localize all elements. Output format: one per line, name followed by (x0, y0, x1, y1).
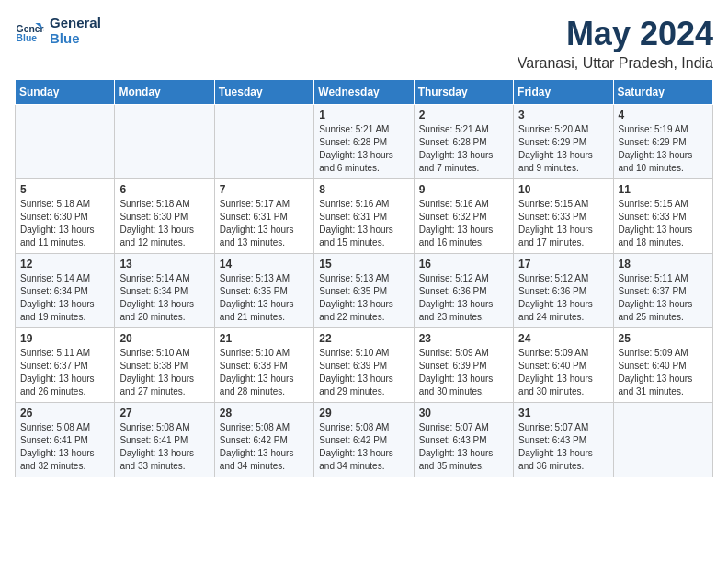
day-info: Sunrise: 5:20 AMSunset: 6:29 PMDaylight:… (518, 123, 608, 175)
day-cell: 26Sunrise: 5:08 AMSunset: 6:41 PMDayligh… (16, 403, 115, 477)
day-number: 5 (20, 183, 109, 196)
header-cell: Friday (514, 80, 613, 105)
day-number: 10 (518, 183, 608, 196)
day-number: 11 (619, 183, 708, 196)
day-number: 8 (319, 183, 408, 196)
day-cell: 23Sunrise: 5:09 AMSunset: 6:39 PMDayligh… (414, 328, 513, 403)
day-info: Sunrise: 5:10 AMSunset: 6:38 PMDaylight:… (220, 347, 309, 398)
day-cell: 30Sunrise: 5:07 AMSunset: 6:43 PMDayligh… (414, 403, 513, 477)
day-info: Sunrise: 5:18 AMSunset: 6:30 PMDaylight:… (20, 198, 109, 249)
week-row: 26Sunrise: 5:08 AMSunset: 6:41 PMDayligh… (16, 403, 713, 477)
day-cell: 25Sunrise: 5:09 AMSunset: 6:40 PMDayligh… (613, 328, 712, 403)
page-header: General Blue General Blue May 2024 Varan… (15, 15, 713, 72)
location-title: Varanasi, Uttar Pradesh, India (518, 55, 713, 72)
day-cell (613, 403, 712, 477)
header-cell: Monday (115, 80, 214, 105)
day-info: Sunrise: 5:19 AMSunset: 6:29 PMDaylight:… (619, 123, 708, 175)
day-cell: 17Sunrise: 5:12 AMSunset: 6:36 PMDayligh… (514, 254, 613, 328)
day-cell (214, 105, 313, 179)
week-row: 1Sunrise: 5:21 AMSunset: 6:28 PMDaylight… (16, 105, 713, 179)
logo-line2: Blue (50, 30, 101, 46)
title-area: May 2024 Varanasi, Uttar Pradesh, India (518, 15, 713, 72)
day-info: Sunrise: 5:16 AMSunset: 6:31 PMDaylight:… (319, 198, 408, 249)
day-info: Sunrise: 5:07 AMSunset: 6:43 PMDaylight:… (518, 421, 608, 473)
day-info: Sunrise: 5:10 AMSunset: 6:39 PMDaylight:… (319, 347, 408, 398)
day-info: Sunrise: 5:11 AMSunset: 6:37 PMDaylight:… (20, 347, 109, 398)
day-cell: 29Sunrise: 5:08 AMSunset: 6:42 PMDayligh… (314, 403, 414, 477)
day-info: Sunrise: 5:17 AMSunset: 6:31 PMDaylight:… (220, 198, 309, 249)
day-number: 30 (419, 407, 508, 419)
day-number: 24 (518, 332, 608, 345)
day-number: 15 (319, 258, 408, 270)
day-cell: 6Sunrise: 5:18 AMSunset: 6:30 PMDaylight… (115, 179, 214, 254)
day-number: 31 (518, 407, 608, 419)
day-number: 19 (20, 332, 109, 345)
day-number: 3 (518, 109, 608, 121)
day-info: Sunrise: 5:15 AMSunset: 6:33 PMDaylight:… (619, 198, 708, 249)
svg-text:Blue: Blue (17, 33, 38, 43)
day-number: 12 (20, 258, 109, 270)
day-number: 2 (419, 109, 508, 121)
day-cell: 11Sunrise: 5:15 AMSunset: 6:33 PMDayligh… (613, 179, 712, 254)
day-number: 23 (419, 332, 508, 345)
header-cell: Wednesday (314, 80, 414, 105)
day-cell: 4Sunrise: 5:19 AMSunset: 6:29 PMDaylight… (613, 105, 712, 179)
day-info: Sunrise: 5:16 AMSunset: 6:32 PMDaylight:… (419, 198, 508, 249)
day-info: Sunrise: 5:07 AMSunset: 6:43 PMDaylight:… (419, 421, 508, 473)
day-info: Sunrise: 5:08 AMSunset: 6:41 PMDaylight:… (20, 421, 109, 473)
day-cell: 19Sunrise: 5:11 AMSunset: 6:37 PMDayligh… (16, 328, 115, 403)
day-number: 26 (20, 407, 109, 419)
day-cell (16, 105, 115, 179)
header-cell: Thursday (414, 80, 513, 105)
logo-line1: General (50, 15, 101, 30)
day-cell: 15Sunrise: 5:13 AMSunset: 6:35 PMDayligh… (314, 254, 414, 328)
day-info: Sunrise: 5:08 AMSunset: 6:42 PMDaylight:… (220, 421, 309, 473)
header-row: SundayMondayTuesdayWednesdayThursdayFrid… (16, 80, 713, 105)
day-info: Sunrise: 5:09 AMSunset: 6:40 PMDaylight:… (619, 347, 708, 398)
day-number: 27 (119, 407, 209, 419)
header-cell: Saturday (613, 80, 712, 105)
week-row: 12Sunrise: 5:14 AMSunset: 6:34 PMDayligh… (16, 254, 713, 328)
day-cell: 1Sunrise: 5:21 AMSunset: 6:28 PMDaylight… (314, 105, 414, 179)
day-cell: 3Sunrise: 5:20 AMSunset: 6:29 PMDaylight… (514, 105, 613, 179)
day-info: Sunrise: 5:14 AMSunset: 6:34 PMDaylight:… (119, 272, 209, 324)
day-cell: 31Sunrise: 5:07 AMSunset: 6:43 PMDayligh… (514, 403, 613, 477)
day-number: 22 (319, 332, 408, 345)
header-cell: Tuesday (214, 80, 313, 105)
day-number: 4 (619, 109, 708, 121)
day-cell: 20Sunrise: 5:10 AMSunset: 6:38 PMDayligh… (115, 328, 214, 403)
day-cell: 7Sunrise: 5:17 AMSunset: 6:31 PMDaylight… (214, 179, 313, 254)
day-number: 21 (220, 332, 309, 345)
day-info: Sunrise: 5:09 AMSunset: 6:40 PMDaylight:… (518, 347, 608, 398)
day-info: Sunrise: 5:21 AMSunset: 6:28 PMDaylight:… (319, 123, 408, 175)
day-number: 29 (319, 407, 408, 419)
day-cell: 5Sunrise: 5:18 AMSunset: 6:30 PMDaylight… (16, 179, 115, 254)
day-cell: 14Sunrise: 5:13 AMSunset: 6:35 PMDayligh… (214, 254, 313, 328)
calendar-table: SundayMondayTuesdayWednesdayThursdayFrid… (15, 79, 713, 477)
logo: General Blue General Blue (15, 15, 101, 46)
day-number: 25 (619, 332, 708, 345)
day-info: Sunrise: 5:18 AMSunset: 6:30 PMDaylight:… (119, 198, 209, 249)
day-info: Sunrise: 5:12 AMSunset: 6:36 PMDaylight:… (518, 272, 608, 324)
day-info: Sunrise: 5:12 AMSunset: 6:36 PMDaylight:… (419, 272, 508, 324)
day-number: 20 (119, 332, 209, 345)
day-cell: 24Sunrise: 5:09 AMSunset: 6:40 PMDayligh… (514, 328, 613, 403)
logo-icon: General Blue (15, 16, 44, 45)
day-number: 9 (419, 183, 508, 196)
day-cell: 13Sunrise: 5:14 AMSunset: 6:34 PMDayligh… (115, 254, 214, 328)
day-number: 17 (518, 258, 608, 270)
day-info: Sunrise: 5:11 AMSunset: 6:37 PMDaylight:… (619, 272, 708, 324)
day-cell (115, 105, 214, 179)
day-number: 28 (220, 407, 309, 419)
day-info: Sunrise: 5:10 AMSunset: 6:38 PMDaylight:… (119, 347, 209, 398)
day-info: Sunrise: 5:21 AMSunset: 6:28 PMDaylight:… (419, 123, 508, 175)
day-info: Sunrise: 5:08 AMSunset: 6:42 PMDaylight:… (319, 421, 408, 473)
header-cell: Sunday (16, 80, 115, 105)
day-number: 16 (419, 258, 508, 270)
day-cell: 27Sunrise: 5:08 AMSunset: 6:41 PMDayligh… (115, 403, 214, 477)
day-number: 18 (619, 258, 708, 270)
day-cell: 28Sunrise: 5:08 AMSunset: 6:42 PMDayligh… (214, 403, 313, 477)
day-cell: 16Sunrise: 5:12 AMSunset: 6:36 PMDayligh… (414, 254, 513, 328)
day-number: 6 (119, 183, 209, 196)
day-cell: 8Sunrise: 5:16 AMSunset: 6:31 PMDaylight… (314, 179, 414, 254)
